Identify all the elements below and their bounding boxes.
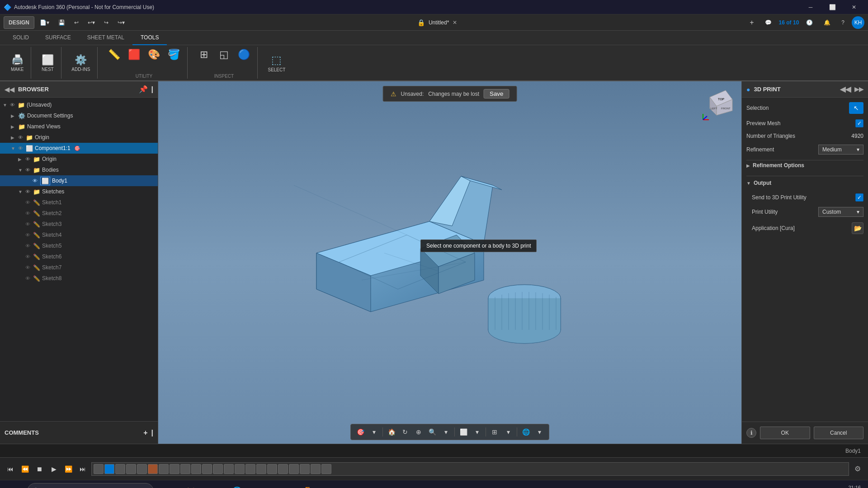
timeline-item-1[interactable] [94,464,104,474]
tab-tools[interactable]: TOOLS [132,31,167,45]
tree-item-origin-component[interactable]: ▶ 👁 📁 Origin [0,154,158,164]
comments-pin-btn[interactable]: | [151,429,153,437]
timeline-play-button[interactable]: ▶ [48,463,60,475]
taskbar-arduino[interactable]: ∞ [273,480,295,488]
tree-item-sketch7[interactable]: 👁 ✏️ Sketch7 [0,262,158,273]
undo-button[interactable]: ↩ [71,16,82,29]
taskbar-task-view[interactable]: ⬚ [156,480,177,488]
utility-paint[interactable]: 🪣 [165,47,183,62]
snap-button[interactable]: 🎯 [354,426,366,438]
timeline-item-7[interactable] [159,464,169,474]
snap-dropdown[interactable]: ▾ [368,426,380,438]
timeline-item-12[interactable] [213,464,223,474]
application-cura-button[interactable]: 📂 [852,222,863,234]
timeline-item-13[interactable] [224,464,234,474]
timeline-settings-button[interactable]: ⚙ [852,463,863,475]
panel-collapse-btn[interactable]: ◀◀ [840,85,851,94]
comments-add-btn[interactable]: + [143,429,147,437]
browser-pin-btn[interactable]: 📌 [139,85,148,94]
taskbar-clock[interactable]: 21:16 19/06/2021 [838,484,861,488]
tree-item-sketch2[interactable]: 👁 ✏️ Sketch2 [0,208,158,219]
home-view-button[interactable]: 🏠 [386,426,397,438]
timeline-item-5[interactable] [137,464,147,474]
tree-item-sketch4[interactable]: 👁 ✏️ Sketch4 [0,230,158,240]
timeline-item-11[interactable] [202,464,212,474]
timeline-item-10[interactable] [191,464,201,474]
grid-dropdown[interactable]: ▾ [502,426,514,438]
zoom-dropdown[interactable]: ▾ [440,426,452,438]
utility-color[interactable]: 🎨 [145,47,163,62]
timeline-item-17[interactable] [267,464,277,474]
user-avatar[interactable]: KH [852,16,864,29]
timeline-item-21[interactable] [311,464,321,474]
timeline-stop-button[interactable]: ⏹ [33,463,45,475]
timeline-item-19[interactable] [289,464,299,474]
tree-item-component1[interactable]: ▼ 👁 ⬜ Component1:1 🎯 [0,143,158,154]
select-button[interactable]: ⬚ SELECT [265,52,288,74]
taskbar-file-explorer[interactable]: 📁 [179,480,201,488]
minimize-button[interactable]: ─ [800,0,821,14]
addins-button[interactable]: ⚙️ ADD-INS [69,52,93,74]
inspect-sphere[interactable]: 🔵 [235,47,253,62]
timeline-item-8[interactable] [170,464,179,474]
timeline-end-button[interactable]: ⏭ [77,463,89,475]
taskbar-chrome[interactable]: 🌐 [226,480,248,488]
environment-dropdown[interactable]: ▾ [533,426,545,438]
redo-button[interactable]: ↪ [100,16,112,29]
tree-item-sketch1[interactable]: 👁 ✏️ Sketch1 [0,197,158,208]
undo-arrow-button[interactable]: ↩▾ [84,16,99,29]
maximize-button[interactable]: ⬜ [822,0,843,14]
tree-item-named-views[interactable]: ▶ 📁 Named Views [0,121,158,132]
orbit-button[interactable]: ↻ [399,426,411,438]
tree-item-document-settings[interactable]: ▶ ⚙️ Document Settings [0,110,158,121]
inspect-grid[interactable]: ⊞ [195,47,213,62]
cancel-button[interactable]: Cancel [814,427,864,439]
timeline-item-14[interactable] [235,464,245,474]
tree-item-body1[interactable]: 👁 ⬜ Body1 [0,175,158,186]
timeline-item-16[interactable] [256,464,266,474]
viewport[interactable]: ⚠ Unsaved: Changes may be lost Save TOP … [158,81,741,444]
tab-surface[interactable]: SURFACE [37,31,79,45]
timeline-item-2[interactable] [104,464,114,474]
ok-button[interactable]: OK [760,427,810,439]
info-button[interactable]: ℹ [746,428,756,438]
save-now-button[interactable]: Save [484,89,509,99]
timeline-item-22[interactable] [321,464,331,474]
new-button[interactable]: 📄▾ [36,16,53,29]
orbit2-button[interactable]: ⊕ [413,426,425,438]
display-dropdown[interactable]: ▾ [471,426,483,438]
timeline-item-3[interactable] [115,464,125,474]
tree-item-sketch8[interactable]: 👁 ✏️ Sketch8 [0,273,158,284]
save-button[interactable]: 💾 [55,16,69,29]
redo-arrow-button[interactable]: ↪▾ [114,16,128,29]
taskbar-winamp[interactable]: ♦ [203,480,224,488]
clock-button[interactable]: 🕐 [802,16,816,29]
timeline-prev-button[interactable]: ⏪ [19,463,31,475]
zoom-search-button[interactable]: 🔍 [426,426,438,438]
panel-expand-right-btn[interactable]: ▶▶ [854,86,863,93]
search-box[interactable]: 🔍 Type here to search [27,483,154,488]
taskbar-edge[interactable]: ℯ [250,480,271,488]
tree-item-sketch3[interactable]: 👁 ✏️ Sketch3 [0,219,158,230]
preview-mesh-checkbox[interactable]: ✓ [855,119,863,127]
help-button[interactable]: ? [838,16,848,29]
send-to-3d-checkbox[interactable]: ✓ [855,193,863,202]
timeline-item-18[interactable] [278,464,288,474]
browser-collapse-btn[interactable]: ◀◀ [5,86,14,93]
browser-expand-btn[interactable]: | [151,85,153,94]
close-button[interactable]: ✕ [844,0,864,14]
start-button[interactable]: ⊞ [4,480,25,488]
timeline-item-15[interactable] [245,464,255,474]
notification-button[interactable]: 🔔 [820,16,834,29]
refinement-options-section[interactable]: ▶ Refinement Options [746,160,863,170]
display-mode-button[interactable]: ⬜ [458,426,469,438]
grid-button[interactable]: ⊞ [489,426,500,438]
tree-item-bodies[interactable]: ▼ 👁 📁 Bodies [0,164,158,175]
tree-item-root[interactable]: ▼ 👁 📁 (Unsaved) [0,99,158,110]
print-utility-dropdown[interactable]: Custom ▾ [818,207,863,217]
chat-button[interactable]: 💬 [761,16,775,29]
tree-item-sketches[interactable]: ▼ 👁 📁 Sketches [0,186,158,197]
refinement-dropdown[interactable]: Medium ▾ [818,145,863,155]
timeline-item-9[interactable] [180,464,190,474]
close-file-btn[interactable]: ✕ [453,19,457,26]
